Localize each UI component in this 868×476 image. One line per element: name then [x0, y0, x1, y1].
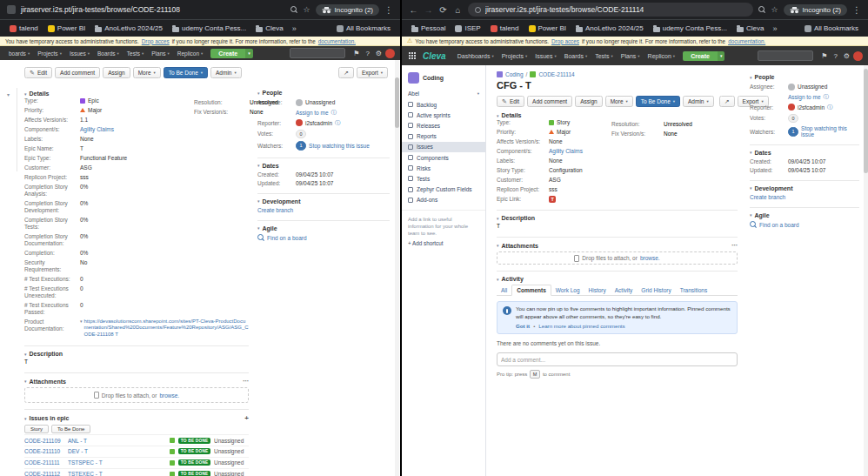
breadcrumb-issue-link[interactable]: CODE-211114	[538, 71, 574, 77]
sidebar-item-issues[interactable]: Issues	[402, 142, 485, 152]
agile-section-header[interactable]: ▾Agile	[750, 212, 859, 218]
issue-key-link[interactable]: CODE-211112	[24, 471, 64, 476]
documentation-link[interactable]: documentation.	[728, 38, 765, 44]
bookmark-item[interactable]: Power BI	[43, 23, 90, 34]
sidebar-item-active-sprints[interactable]: Active sprints	[402, 110, 485, 120]
add-shortcut-link[interactable]: + Add shortcut	[402, 238, 485, 248]
issue-key-link[interactable]: CODE-211111	[24, 459, 64, 466]
stop-watching-link[interactable]: Stop watching this issue	[801, 125, 859, 137]
scrollbar-thumb[interactable]	[395, 77, 399, 128]
menu-kebab-icon[interactable]: ⋮	[384, 5, 393, 15]
feedback-icon[interactable]: ⚑	[818, 52, 830, 60]
field-value[interactable]: Configuration	[549, 167, 583, 174]
reporter-value[interactable]: i2sfcadmin	[305, 120, 332, 126]
issue-key-link[interactable]: CODE-211110	[24, 448, 64, 454]
project-header[interactable]: Coding	[402, 70, 485, 88]
drop-access-link[interactable]: Drop acces	[551, 38, 579, 44]
back-button[interactable]: ←	[409, 5, 418, 15]
field-value[interactable]: sss	[80, 174, 89, 181]
status-transition-button[interactable]: To Be Done▾	[164, 67, 208, 78]
edit-button[interactable]: ✎Edit	[24, 67, 52, 78]
assign-button[interactable]: Assign	[575, 96, 603, 107]
field-value[interactable]: Story	[557, 119, 570, 126]
tab-work-log[interactable]: Work Log	[551, 285, 584, 295]
edit-button[interactable]: ✎Edit	[497, 96, 524, 107]
bookmark-item[interactable]: udemy Conta Pess...	[168, 23, 250, 34]
tab-transitions[interactable]: Transitions	[676, 285, 712, 295]
info-icon[interactable]: ⓘ	[331, 109, 337, 117]
gear-icon[interactable]: ⚙	[373, 50, 384, 57]
field-value[interactable]: 0%	[80, 233, 88, 240]
user-avatar[interactable]	[853, 51, 863, 61]
epic-filter-status[interactable]: To Be Done	[51, 425, 90, 433]
bookmark-item[interactable]: Power BI	[524, 23, 571, 34]
development-section-header[interactable]: ▾Development	[257, 198, 390, 204]
board-selector[interactable]: Abel▾	[402, 88, 485, 99]
field-value[interactable]: Agility Claims	[549, 148, 583, 155]
reporter-value[interactable]: i2sfcadmin	[798, 104, 825, 111]
issues-in-epic-header[interactable]: ▾ Issues in epic +	[24, 414, 249, 422]
sidebar-item-releases[interactable]: Releases	[402, 120, 485, 131]
sidebar-item-tests[interactable]: Tests	[402, 173, 485, 184]
attachments-section-header[interactable]: ▾ Attachments ⋯	[497, 242, 738, 249]
field-value[interactable]: Agility Claims	[80, 126, 114, 133]
nav-menu-item[interactable]: Issues▾	[66, 50, 93, 57]
bookmark-item[interactable]: talend	[5, 23, 43, 34]
all-bookmarks-button[interactable]: All Bookmarks	[800, 23, 863, 34]
assign-button[interactable]: Assign	[103, 67, 130, 78]
tab-grid-history[interactable]: Grid History	[637, 285, 675, 295]
info-icon[interactable]: ⓘ	[824, 93, 830, 101]
activity-section-header[interactable]: ▾ Activity	[497, 276, 738, 282]
share-button[interactable]: ↗	[338, 67, 354, 78]
vertical-scrollbar[interactable]	[864, 65, 868, 476]
info-icon[interactable]: ⓘ	[827, 104, 833, 111]
menu-kebab-icon[interactable]: ⋮	[852, 5, 861, 15]
learn-more-link[interactable]: Learn more about pinned comments	[538, 323, 624, 331]
tab-comments[interactable]: Comments	[511, 285, 551, 296]
field-value[interactable]: 0%	[80, 217, 88, 224]
bookmark-star-icon[interactable]: ☆	[771, 5, 778, 14]
extension-icon[interactable]	[7, 5, 16, 14]
search-icon[interactable]	[290, 6, 297, 13]
sidebar-item-risks[interactable]: Risks	[402, 163, 485, 173]
attachments-section-header[interactable]: ▾ Attachments ⋯	[24, 378, 249, 385]
assign-to-me-link[interactable]: Assign to me	[296, 110, 329, 116]
jira-search-input[interactable]	[290, 48, 345, 58]
forward-button[interactable]: →	[424, 5, 433, 15]
feedback-icon[interactable]: ⚑	[351, 50, 362, 57]
epic-filter-story[interactable]: Story	[24, 425, 49, 433]
nav-menu-item[interactable]: Boards▾	[94, 50, 123, 57]
sidebar-item-components[interactable]: Components	[402, 152, 485, 163]
browse-link[interactable]: browse.	[159, 392, 179, 399]
epic-issue-row[interactable]: CODE-211110 DEV - T TO BE DONE Unassigne…	[24, 446, 249, 457]
field-value[interactable]: 0	[80, 302, 83, 309]
create-dropdown-icon[interactable]: ▾	[718, 51, 725, 61]
nav-menu-item[interactable]: Plans▾	[148, 50, 173, 57]
attachment-dropzone[interactable]: Drop files to attach, or browse.	[497, 251, 738, 265]
issue-summary-link[interactable]: TSTEXEC - T	[68, 471, 166, 476]
nav-menu-item[interactable]: Boards▾	[561, 53, 591, 59]
agile-section-header[interactable]: ▾Agile	[257, 225, 390, 231]
bookmark-item[interactable]: talend	[486, 23, 524, 34]
scrollbar-thumb[interactable]	[864, 69, 868, 173]
url-text[interactable]: jiraserver.i2s.pt/jira-testes/browse/COD…	[485, 5, 644, 14]
nav-menu-item[interactable]: Issues▾	[531, 53, 560, 59]
info-icon[interactable]: ⓘ	[335, 119, 341, 127]
field-value[interactable]: Major	[88, 107, 102, 114]
create-dropdown-icon[interactable]: ▾	[245, 49, 253, 58]
epic-issue-row[interactable]: CODE-211112 TSTEXEC - T TO BE DONE Unass…	[24, 468, 249, 476]
issue-summary-link[interactable]: TSTSPEC - T	[68, 459, 166, 466]
nav-menu-item[interactable]: Replicon▾	[174, 50, 207, 57]
admin-button[interactable]: Admin▾	[683, 96, 714, 107]
sidebar-item-backlog[interactable]: Backlog	[402, 99, 485, 110]
bookmark-item[interactable]: Cleva	[251, 23, 287, 34]
jira-search-input[interactable]	[758, 50, 813, 61]
all-bookmarks-button[interactable]: All Bookmarks	[332, 23, 395, 34]
field-value[interactable]: Epic	[88, 97, 99, 104]
dates-section-header[interactable]: ▾Dates	[750, 150, 859, 156]
collapsed-sidebar-rail[interactable]: ▾	[0, 88, 17, 171]
field-value[interactable]: T	[549, 196, 556, 203]
field-value[interactable]: 0%	[80, 200, 88, 207]
details-section-header[interactable]: ▾ Details	[497, 112, 738, 118]
field-value[interactable]: ASG	[549, 177, 561, 184]
